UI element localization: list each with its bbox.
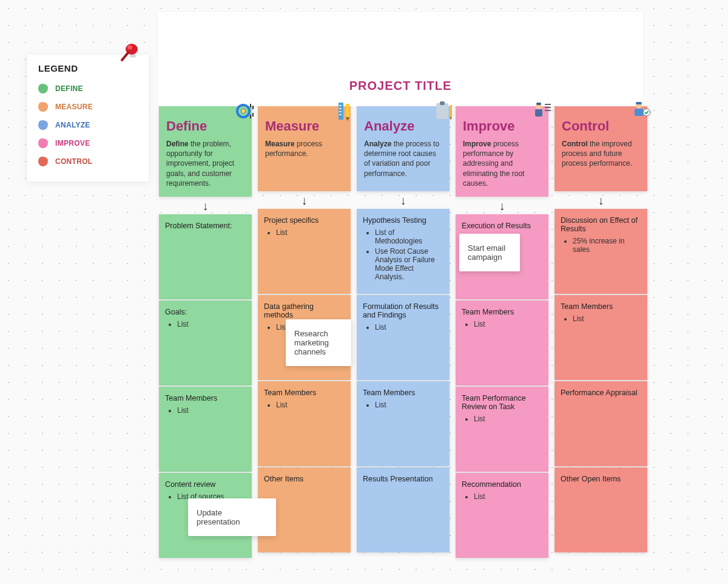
operator-icon xyxy=(630,100,652,122)
svg-point-1 xyxy=(127,46,132,50)
arrow-down-icon: ↓ xyxy=(456,197,548,214)
card-title: Team Members xyxy=(561,302,641,311)
card-team-members[interactable]: Team Members List xyxy=(159,387,252,472)
column-title: Measure xyxy=(265,118,343,134)
engineer-icon xyxy=(531,100,553,122)
card-team-members[interactable]: Team Members List xyxy=(456,300,548,385)
sticky-note[interactable]: Start email campaign xyxy=(459,234,520,271)
arrow-down-icon: ↓ xyxy=(357,191,450,209)
card-title: Execution of Results xyxy=(462,222,542,230)
card-problem-statement[interactable]: Problem Statement: xyxy=(159,214,252,299)
column-header-define[interactable]: Define Define the problem, opportunity f… xyxy=(159,106,252,197)
svg-rect-22 xyxy=(535,109,542,117)
legend-panel[interactable]: LEGEND DEFINE MEASURE ANALYZE IMPROVE CO… xyxy=(27,55,149,182)
card-results-presentation[interactable]: Results Presentation xyxy=(357,467,450,552)
list-item: List xyxy=(474,415,542,423)
arrow-down-icon: ↓ xyxy=(258,191,351,209)
card-title: Performance Appraisal xyxy=(561,389,641,397)
card-discussion-effect[interactable]: Discussion on Effect of Results 25% incr… xyxy=(554,209,647,294)
svg-rect-7 xyxy=(250,115,251,118)
svg-rect-14 xyxy=(346,104,349,117)
card-title: Team Members xyxy=(165,394,246,402)
legend-swatch-icon xyxy=(38,157,48,166)
card-team-members[interactable]: Team Members List xyxy=(554,295,647,380)
card-execution-results[interactable]: Execution of Results Start email campaig… xyxy=(456,214,548,299)
card-team-members[interactable]: Team Members List xyxy=(357,381,450,466)
svg-rect-10 xyxy=(339,105,342,106)
card-project-specifics[interactable]: Project specifics List xyxy=(258,209,351,294)
card-title: Hypothesis Testing xyxy=(363,216,443,225)
column-improve[interactable]: Improve Improve process performance by a… xyxy=(456,106,548,559)
arrow-down-icon: ↓ xyxy=(159,197,252,214)
column-define[interactable]: Define Define the problem, opportunity f… xyxy=(159,106,252,559)
legend-heading: LEGEND xyxy=(38,63,138,73)
card-title: Team Members xyxy=(462,308,542,316)
card-data-gathering[interactable]: Data gathering methods List Research mar… xyxy=(258,295,351,380)
card-title: Project specifics xyxy=(264,216,345,225)
svg-rect-27 xyxy=(636,102,642,104)
column-header-analyze[interactable]: Analyze Analyze the process to determine… xyxy=(357,106,450,191)
column-title: Define xyxy=(166,118,244,134)
card-title: Team Members xyxy=(363,389,443,397)
column-header-control[interactable]: Control Control the improved process and… xyxy=(554,106,647,191)
list-item: List xyxy=(375,323,443,331)
card-team-performance-review[interactable]: Team Performance Review on Task List xyxy=(456,387,548,472)
card-title: Problem Statement: xyxy=(165,222,246,230)
column-control[interactable]: Control Control the improved process and… xyxy=(554,106,647,559)
svg-rect-17 xyxy=(440,101,445,105)
legend-item-analyze[interactable]: ANALYZE xyxy=(38,116,138,134)
column-title: Improve xyxy=(463,118,541,134)
legend-item-define[interactable]: DEFINE xyxy=(38,80,138,98)
list-item: List xyxy=(375,401,443,409)
card-title: Team Members xyxy=(264,389,345,397)
legend-item-control[interactable]: CONTROL xyxy=(38,152,138,171)
list-item: List xyxy=(474,492,542,501)
svg-rect-8 xyxy=(252,113,254,117)
card-title: Formulation of Results and Findings xyxy=(363,302,443,319)
card-title: Discussion on Effect of Results xyxy=(561,216,641,233)
legend-item-improve[interactable]: IMPROVE xyxy=(38,134,138,152)
card-hypothesis-testing[interactable]: Hypothesis Testing List of Methodologies… xyxy=(357,209,450,294)
dmaic-board[interactable]: Define Define the problem, opportunity f… xyxy=(159,106,647,559)
card-performance-appraisal[interactable]: Performance Appraisal xyxy=(554,381,647,466)
svg-rect-23 xyxy=(545,104,551,105)
card-recommendation[interactable]: Recommendation List xyxy=(456,473,548,558)
card-title: Goals: xyxy=(165,308,246,316)
column-header-measure[interactable]: Measure Measure process performance. xyxy=(258,106,351,191)
column-analyze[interactable]: Analyze Analyze the process to determine… xyxy=(357,106,450,559)
card-formulation-results[interactable]: Formulation of Results and Findings List xyxy=(357,295,450,380)
list-item: List xyxy=(276,228,345,237)
svg-rect-5 xyxy=(250,104,251,107)
card-title: Other Open Items xyxy=(561,475,641,483)
card-title: Team Performance Review on Task xyxy=(462,394,542,411)
project-title[interactable]: PROJECT TITLE xyxy=(158,79,643,93)
column-header-improve[interactable]: Improve Improve process performance by a… xyxy=(456,106,548,197)
card-content-review[interactable]: Content review List of sources Update pr… xyxy=(159,473,252,558)
legend-swatch-icon xyxy=(38,102,48,112)
svg-point-4 xyxy=(241,109,246,114)
sticky-note[interactable]: Update presentation xyxy=(188,498,276,536)
card-goals[interactable]: Goals: List xyxy=(159,300,252,385)
column-description: Control the improved process and future … xyxy=(562,139,640,169)
column-description: Improve process performance by addressin… xyxy=(463,139,541,188)
card-title: Recommendation xyxy=(462,480,542,489)
ruler-pencil-icon xyxy=(334,100,356,122)
legend-label: IMPROVE xyxy=(55,139,90,148)
svg-marker-15 xyxy=(346,117,349,121)
legend-label: DEFINE xyxy=(55,84,83,93)
card-title: Data gathering methods xyxy=(264,302,345,319)
svg-point-2 xyxy=(129,54,136,58)
svg-rect-18 xyxy=(450,105,452,117)
list-item: List xyxy=(177,320,246,328)
legend-item-measure[interactable]: MEASURE xyxy=(38,98,138,116)
card-title: Content review xyxy=(165,480,246,489)
column-measure[interactable]: Measure Measure process performance. ↓ P… xyxy=(258,106,351,559)
column-description: Measure process performance. xyxy=(265,139,343,158)
legend-label: MEASURE xyxy=(55,103,93,111)
pushpin-icon xyxy=(118,39,143,64)
card-team-members[interactable]: Team Members List xyxy=(258,381,351,466)
column-description: Define the problem, opportunity for impr… xyxy=(166,139,244,188)
sticky-note[interactable]: Research marketing channels xyxy=(286,319,351,366)
card-other-open-items[interactable]: Other Open Items xyxy=(554,467,647,552)
svg-rect-25 xyxy=(545,110,551,111)
